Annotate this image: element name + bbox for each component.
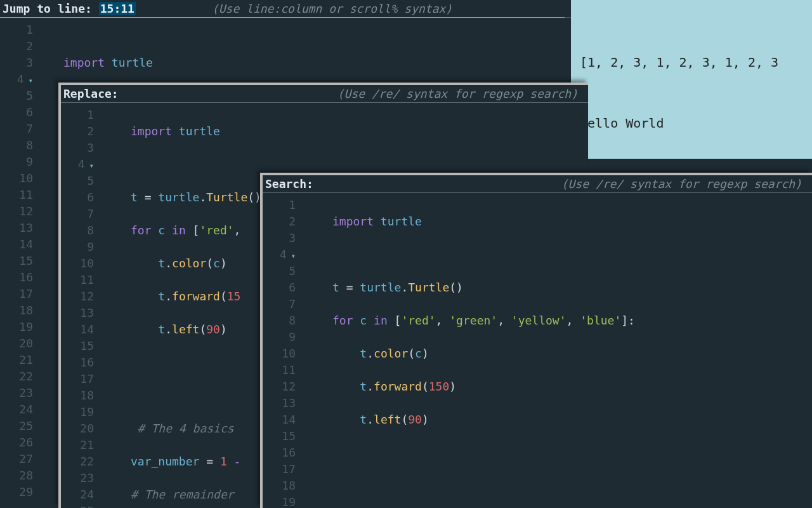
code-area[interactable]: import turtle t = turtle.Turtle() for c … <box>301 193 812 508</box>
replace-hint: (Use /re/ syntax for regexp search) <box>337 87 586 100</box>
search-panel[interactable]: Search: (Use /re/ syntax for regexp sear… <box>260 173 812 508</box>
replace-bar: Replace: (Use /re/ syntax for regexp sea… <box>61 85 588 103</box>
gutter: 123456789101112131415161718192021 <box>263 193 301 508</box>
jump-hint: (Use line:column or scroll% syntax) <box>212 2 460 15</box>
gutter: 1234567891011121314151617181920212223242… <box>0 18 38 508</box>
gutter: 1234567891011121314151617181920212223242… <box>61 103 99 508</box>
replace-label: Replace: <box>63 87 126 100</box>
jump-value[interactable]: 15:11 <box>99 2 136 15</box>
jump-label: Jump to line: <box>3 2 99 15</box>
output-pane: [1, 2, 3, 1, 2, 3, 1, 2, 3 Hello World <box>571 0 812 159</box>
output-line: Hello World <box>580 113 803 133</box>
output-line: [1, 2, 3, 1, 2, 3, 1, 2, 3 <box>580 52 803 72</box>
divider <box>0 17 565 18</box>
search-hint: (Use /re/ syntax for regexp search) <box>561 177 809 190</box>
search-label: Search: <box>265 177 313 190</box>
search-input[interactable] <box>313 177 390 190</box>
replace-input[interactable] <box>126 87 202 100</box>
search-bar: Search: (Use /re/ syntax for regexp sear… <box>263 175 812 193</box>
